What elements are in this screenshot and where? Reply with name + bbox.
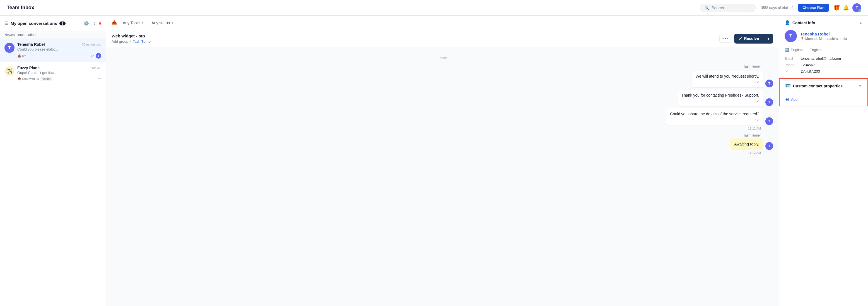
conv-name-row: Tenesha Robel 33 minutes ag	[17, 42, 101, 47]
chat-title: Web widget - otp	[112, 33, 152, 38]
filter-bar: 📥 Any Topic ▼ Any status ▼	[106, 16, 779, 30]
contact-info-title: 👤 Contact info	[784, 20, 815, 25]
chat-header-right: • • • ✓ Resolve ▼	[719, 34, 773, 44]
message-bubble: Awaiting reply.	[730, 138, 763, 150]
conv-time: 26th Jul	[90, 66, 101, 69]
conv-preview: Could you please elabo...	[17, 47, 101, 51]
resolve-button[interactable]: ✓ Resolve ▼	[734, 34, 773, 44]
message-timestamp: 11:12 AM	[112, 127, 761, 130]
contact-card: T Tenesha Robel 📍 Mumbai, Maharashtra, I…	[779, 30, 868, 78]
language-row: 🔤 English → English	[784, 46, 862, 54]
conv-name-row: Fuzzy Plane 26th Jul	[17, 65, 101, 70]
more-options-button[interactable]: • • •	[719, 35, 731, 43]
sidebar: ☰ My open conversations 2 ⚙️ ↕️ Newest c…	[0, 16, 106, 306]
sort-label: Newest conversation	[0, 31, 106, 39]
search-input[interactable]	[712, 6, 751, 10]
sender-avatar: T	[765, 117, 773, 125]
contact-fields: Email tenesha.robel@mail.com Phone 12345…	[784, 56, 862, 74]
chat-header: Web widget - otp Add group / Tash Turner…	[106, 30, 779, 47]
sender-avatar: T	[765, 142, 773, 150]
location-pin-icon: 📍	[800, 37, 804, 41]
list-item[interactable]: T Tenesha Robel 33 minutes ag Could you …	[0, 39, 106, 62]
resolve-main-area[interactable]: ✓ Resolve	[734, 34, 764, 44]
topic-chevron-icon: ▼	[141, 21, 144, 24]
breadcrumb-contact[interactable]: Tash Turner	[133, 39, 152, 44]
ip-label: IP	[784, 69, 799, 74]
assignee-avatar: T	[96, 53, 101, 59]
custom-props-chevron-icon: ▼	[859, 84, 862, 88]
custom-properties-section: 🪪 Custom contact properties ▼ ⊕ Add	[779, 78, 868, 106]
status-filter-button[interactable]: Any status ▼	[149, 20, 176, 26]
app-header: Team Inbox 🔍 1558 days of trial left Cho…	[0, 0, 868, 16]
phone-label: Phone	[784, 63, 799, 67]
ip-field-row: IP 27.4.87.203	[784, 69, 862, 74]
custom-properties-header[interactable]: 🪪 Custom contact properties ▼	[780, 79, 867, 93]
resolve-dropdown-button[interactable]: ▼	[764, 34, 773, 43]
chat-header-left: Web widget - otp Add group / Tash Turner	[112, 33, 152, 44]
conv-content: Tenesha Robel 33 minutes ag Could you pl…	[17, 42, 101, 59]
message-tick: ✓✓	[695, 80, 759, 85]
inbox-icon: 📥	[112, 20, 117, 25]
header-right: 🔍 1558 days of trial left Choose Plan 🎁 …	[700, 3, 861, 12]
conv-tags: 📥 Chat with us Visitor ↩	[17, 77, 101, 81]
conv-time: 33 minutes ag	[82, 43, 101, 46]
sort-button[interactable]: ↕️	[92, 20, 97, 27]
list-item[interactable]: ✈️ Fuzzy Plane 26th Jul Oops! Couldn't g…	[0, 62, 106, 84]
resolve-chevron-icon: ▼	[767, 36, 770, 41]
contact-name[interactable]: Tenesha Robel	[800, 32, 847, 36]
ip-value: 27.4.87.203	[801, 69, 820, 74]
email-value: tenesha.robel@mail.com	[801, 56, 841, 61]
search-bar[interactable]: 🔍	[700, 4, 755, 12]
avatar: T	[4, 43, 14, 53]
email-field-row: Email tenesha.robel@mail.com	[784, 56, 862, 61]
sender-avatar: T	[765, 80, 773, 87]
app-title: Team Inbox	[7, 5, 34, 10]
contact-info-chevron-icon: ▲	[859, 21, 862, 25]
message-row: Could yo ushare the details of the servi…	[112, 108, 773, 125]
conv-name: Fuzzy Plane	[17, 65, 40, 70]
online-indicator	[859, 9, 861, 12]
contact-icon: 👤	[784, 20, 790, 25]
inbox-tag-icon: 📥	[17, 54, 21, 58]
message-text: Thank you for contacting Freshdesk Suppo…	[681, 93, 759, 98]
trial-text: 1558 days of trial left	[760, 6, 794, 10]
search-icon: 🔍	[705, 6, 709, 10]
breadcrumb-group[interactable]: Add group	[112, 39, 128, 44]
message-sender-label: Tash Turner	[112, 64, 761, 68]
topic-filter-label: Any Topic	[123, 21, 140, 25]
choose-plan-button[interactable]: Choose Plan	[798, 4, 829, 12]
add-property-button[interactable]: ⊕ Add	[785, 96, 798, 103]
conv-tag-inbox: 📥 Chat with us	[17, 77, 39, 80]
conv-content: Fuzzy Plane 26th Jul Oops! Couldn't get …	[17, 65, 101, 81]
message-bubble: We will atend to you rrequest shortly. ✓…	[692, 71, 763, 87]
avatar: ✈️	[4, 66, 14, 76]
contact-details: Tenesha Robel 📍 Mumbai, Maharashtra, Ind…	[800, 32, 847, 41]
right-panel: 👤 Contact info ▲ T Tenesha Robel 📍 Mumba…	[779, 16, 868, 306]
translate-icon: 🔤	[784, 48, 789, 52]
message-text: Awaiting reply.	[734, 142, 759, 146]
message-bubble: Thank you for contacting Freshdesk Suppo…	[678, 90, 763, 106]
custom-props-body: ⊕ Add	[780, 93, 867, 106]
user-avatar[interactable]: T	[852, 3, 861, 12]
contact-info-header[interactable]: 👤 Contact info ▲	[779, 16, 868, 30]
conv-preview: Oops! Couldn't get that...	[17, 71, 101, 75]
visitor-badge: Visitor	[41, 77, 53, 81]
phone-field-row: Phone 1234567	[784, 63, 862, 67]
topic-filter-button[interactable]: Any Topic ▼	[121, 20, 146, 26]
resolve-label: Resolve	[744, 36, 759, 41]
reply-icon: ↩	[98, 77, 101, 81]
message-text: We will atend to you rrequest shortly.	[695, 74, 759, 79]
message-tick: ✓✓	[681, 99, 759, 104]
inbox-tag-icon: 📥	[17, 77, 21, 80]
message-sender-label: Tash Turner	[112, 134, 761, 137]
bell-icon-button[interactable]: 🔔	[843, 5, 849, 11]
status-filter-label: Any status	[151, 21, 169, 25]
conv-name: Tenesha Robel	[17, 42, 45, 47]
conversation-count-badge: 2	[59, 22, 66, 25]
filter-button[interactable]: ⚙️	[82, 20, 90, 27]
message-text: Could yo ushare the details of the servi…	[670, 112, 759, 116]
message-tick: ✓✓	[670, 117, 759, 122]
gift-icon-button[interactable]: 🎁	[833, 5, 840, 11]
contact-main: T Tenesha Robel 📍 Mumbai, Maharashtra, I…	[784, 30, 862, 42]
notification-dot	[837, 5, 840, 7]
